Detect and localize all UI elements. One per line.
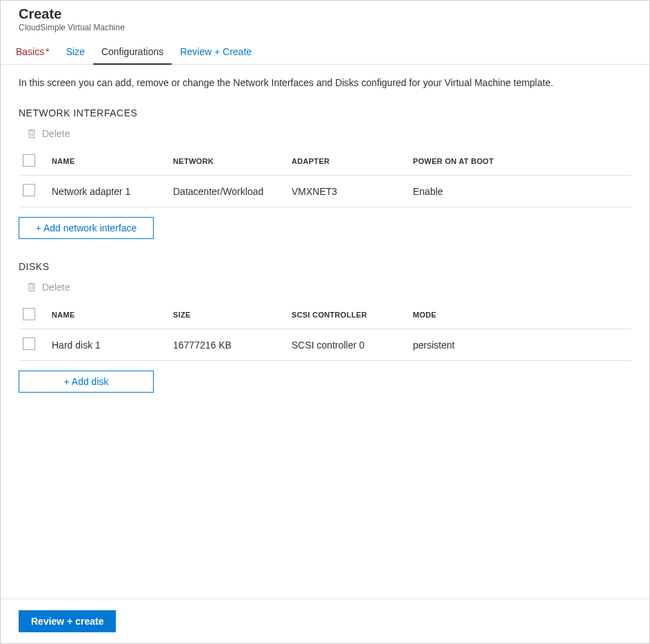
tab-bar: Basics* Size Configurations Review + Cre… (1, 39, 649, 65)
page-title: Create (19, 6, 631, 22)
add-disk-button[interactable]: + Add disk (19, 371, 154, 393)
add-disk-label: + Add disk (64, 376, 109, 387)
ni-col-network: NETWORK (167, 147, 286, 176)
delete-disk-button[interactable]: Delete (27, 282, 631, 301)
disks-section: DISKS Delete NAME SIZE SCSI CONTROLLER M… (19, 261, 631, 393)
required-marker: * (45, 46, 49, 57)
tab-size[interactable]: Size (58, 39, 93, 64)
disk-col-name: NAME (46, 301, 167, 329)
ni-row-power-on: Enable (407, 176, 631, 207)
description-text: In this screen you can add, remove or ch… (19, 77, 631, 88)
table-header-row: NAME NETWORK ADAPTER POWER ON AT BOOT (19, 147, 631, 176)
select-all-disks[interactable] (19, 301, 46, 329)
tab-review-create-label: Review + Create (180, 46, 252, 57)
disks-table: NAME SIZE SCSI CONTROLLER MODE Hard disk… (19, 301, 631, 361)
ni-col-power-on: POWER ON AT BOOT (407, 147, 631, 176)
checkbox-icon (23, 154, 35, 167)
add-ni-label: + Add network interface (36, 222, 137, 233)
add-network-interface-button[interactable]: + Add network interface (19, 217, 154, 239)
tab-basics[interactable]: Basics* (8, 39, 58, 64)
footer: Review + create (1, 599, 649, 643)
network-interfaces-section: NETWORK INTERFACES Delete NAME NETWORK A… (19, 107, 631, 239)
disk-row-name: Hard disk 1 (46, 329, 167, 361)
table-header-row: NAME SIZE SCSI CONTROLLER MODE (19, 301, 631, 329)
trash-icon (27, 282, 37, 292)
disk-row-checkbox[interactable] (19, 329, 46, 361)
disk-row-controller: SCSI controller 0 (286, 329, 407, 361)
delete-disk-label: Delete (42, 282, 70, 293)
ni-row-name: Network adapter 1 (46, 176, 167, 207)
content-area: In this screen you can add, remove or ch… (1, 65, 649, 599)
ni-row-network: Datacenter/Workload (167, 176, 286, 207)
delete-network-interface-button[interactable]: Delete (27, 128, 631, 147)
disk-col-controller: SCSI CONTROLLER (286, 301, 407, 329)
disk-col-mode: MODE (407, 301, 631, 329)
checkbox-icon (23, 337, 35, 350)
tab-size-label: Size (66, 46, 85, 57)
trash-icon (27, 129, 37, 138)
tab-configurations[interactable]: Configurations (93, 39, 172, 64)
ni-col-name: NAME (46, 147, 167, 176)
select-all-ni[interactable] (19, 147, 46, 176)
page-header: Create CloudSimple Virtual Machine (1, 1, 649, 39)
tab-configurations-label: Configurations (101, 46, 163, 57)
disk-col-size: SIZE (167, 301, 286, 329)
table-row[interactable]: Hard disk 1 16777216 KB SCSI controller … (19, 329, 631, 361)
tab-basics-label: Basics (16, 46, 44, 57)
ni-row-checkbox[interactable] (19, 176, 46, 207)
table-row[interactable]: Network adapter 1 Datacenter/Workload VM… (19, 176, 631, 207)
network-interfaces-table: NAME NETWORK ADAPTER POWER ON AT BOOT Ne… (19, 147, 631, 207)
disks-title: DISKS (19, 261, 631, 272)
disk-row-size: 16777216 KB (167, 329, 286, 361)
ni-col-adapter: ADAPTER (286, 147, 407, 176)
checkbox-icon (23, 308, 35, 320)
review-create-button[interactable]: Review + create (19, 610, 116, 632)
tab-review-create[interactable]: Review + Create (172, 39, 260, 64)
disk-row-mode: persistent (407, 329, 631, 361)
network-interfaces-title: NETWORK INTERFACES (19, 107, 631, 118)
review-create-label: Review + create (31, 616, 103, 627)
checkbox-icon (23, 184, 35, 196)
page-subtitle: CloudSimple Virtual Machine (19, 23, 631, 32)
delete-ni-label: Delete (42, 128, 70, 139)
ni-row-adapter: VMXNET3 (286, 176, 407, 207)
